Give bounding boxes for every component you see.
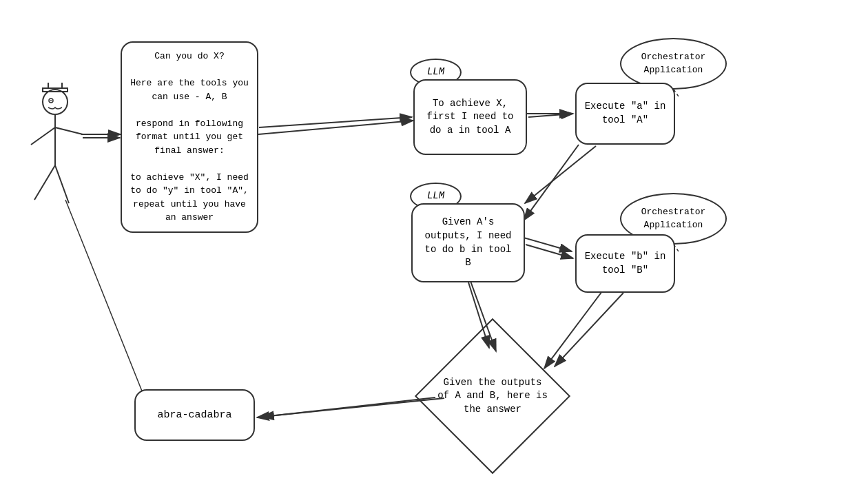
svg-line-8: [262, 398, 444, 417]
response2-box: Given A's outputs, I need to do b in too…: [411, 203, 525, 282]
svg-line-28: [528, 114, 573, 117]
svg-line-16: [31, 127, 55, 145]
diagram: Can you do X? Here are the tools you can…: [0, 0, 868, 496]
svg-line-19: [55, 165, 69, 203]
svg-line-17: [55, 127, 83, 134]
svg-line-24: [555, 293, 623, 366]
svg-point-14: [50, 100, 52, 101]
svg-line-30: [526, 245, 573, 258]
orchestrator1-ellipse: Orchestrator Application: [620, 38, 727, 90]
response1-box: To achieve X, first I need to do a in to…: [413, 79, 527, 155]
svg-line-2: [258, 121, 413, 134]
prompt-box: Can you do X? Here are the tools you can…: [121, 41, 258, 233]
stick-figure: [14, 83, 103, 255]
diamond-node: Given the outputs of A and B, here is th…: [434, 338, 551, 455]
execute-b-box: Execute "b" in tool "B": [575, 234, 675, 293]
svg-line-25: [257, 397, 435, 417]
svg-point-12: [43, 90, 68, 114]
svg-line-4: [524, 145, 579, 220]
svg-line-6: [544, 286, 606, 369]
answer-box: abra-cadabra: [134, 389, 255, 441]
svg-line-29: [525, 146, 596, 203]
execute-a-box: Execute "a" in tool "A": [575, 83, 675, 145]
svg-line-27: [259, 117, 412, 127]
svg-line-18: [34, 165, 55, 200]
svg-rect-11: [48, 83, 62, 88]
svg-line-5: [524, 238, 572, 251]
